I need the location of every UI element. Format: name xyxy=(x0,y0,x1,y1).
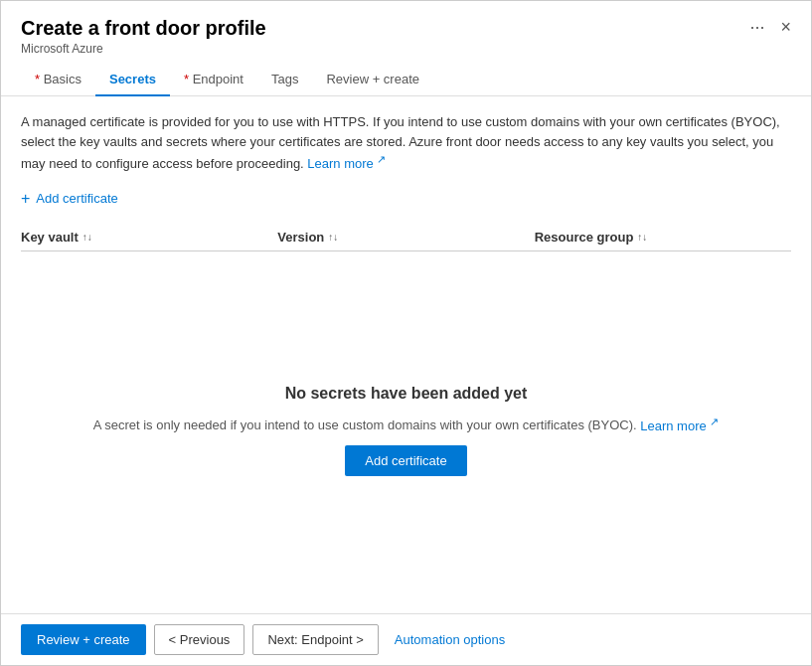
panel-body: A managed certificate is provided for yo… xyxy=(1,96,811,613)
create-frontdoor-panel: Create a front door profile Microsoft Az… xyxy=(0,0,812,666)
add-cert-top-label: Add certificate xyxy=(36,191,117,206)
column-label-key-vault: Key vault xyxy=(21,230,79,245)
add-certificate-top-container: + Add certificate xyxy=(21,186,791,212)
column-label-resource-group: Resource group xyxy=(535,230,634,245)
column-label-version: Version xyxy=(277,230,324,245)
learn-more-link-top[interactable]: Learn more ↗ xyxy=(307,156,386,171)
tab-endpoint[interactable]: Endpoint xyxy=(170,64,257,96)
next-endpoint-button[interactable]: Next: Endpoint > xyxy=(252,624,378,655)
empty-state-title: No secrets have been added yet xyxy=(285,385,528,403)
add-certificate-primary-button[interactable]: Add certificate xyxy=(345,445,466,476)
sort-icon-version: ↑↓ xyxy=(328,232,338,243)
panel-title: Create a front door profile xyxy=(21,17,266,40)
empty-state-subtitle: A secret is only needed if you intend to… xyxy=(93,415,720,432)
panel-title-block: Create a front door profile Microsoft Az… xyxy=(21,17,266,56)
tabs-bar: Basics Secrets Endpoint Tags Review + cr… xyxy=(1,64,811,96)
automation-options-button[interactable]: Automation options xyxy=(387,632,513,647)
empty-state-subtitle-text: A secret is only needed if you intend to… xyxy=(93,418,637,433)
column-header-version[interactable]: Version ↑↓ xyxy=(277,230,534,245)
tab-review-create[interactable]: Review + create xyxy=(312,64,433,96)
review-create-button[interactable]: Review + create xyxy=(21,624,146,655)
external-link-icon-top: ↗ xyxy=(377,153,386,165)
ellipsis-button[interactable]: ··· xyxy=(745,17,768,38)
panel-header: Create a front door profile Microsoft Az… xyxy=(1,1,811,64)
info-paragraph: A managed certificate is provided for yo… xyxy=(21,112,791,174)
tab-basics[interactable]: Basics xyxy=(21,64,95,96)
panel-header-right: ··· × xyxy=(745,17,791,38)
table-header: Key vault ↑↓ Version ↑↓ Resource group ↑… xyxy=(21,224,791,251)
previous-button[interactable]: < Previous xyxy=(154,624,245,655)
panel-subtitle: Microsoft Azure xyxy=(21,42,266,56)
column-header-key-vault[interactable]: Key vault ↑↓ xyxy=(21,230,277,245)
close-button[interactable]: × xyxy=(780,17,791,38)
tab-tags[interactable]: Tags xyxy=(257,64,312,96)
sort-icon-key-vault: ↑↓ xyxy=(82,232,92,243)
tab-secrets[interactable]: Secrets xyxy=(95,64,170,96)
panel-footer: Review + create < Previous Next: Endpoin… xyxy=(1,613,811,665)
empty-state: No secrets have been added yet A secret … xyxy=(21,263,791,597)
external-link-icon-empty: ↗ xyxy=(710,415,719,426)
column-header-resource-group[interactable]: Resource group ↑↓ xyxy=(535,230,791,245)
sort-icon-resource-group: ↑↓ xyxy=(637,232,647,243)
add-certificate-top-button[interactable]: + Add certificate xyxy=(21,186,118,212)
learn-more-link-empty[interactable]: Learn more ↗ xyxy=(640,418,719,433)
plus-icon: + xyxy=(21,190,30,208)
